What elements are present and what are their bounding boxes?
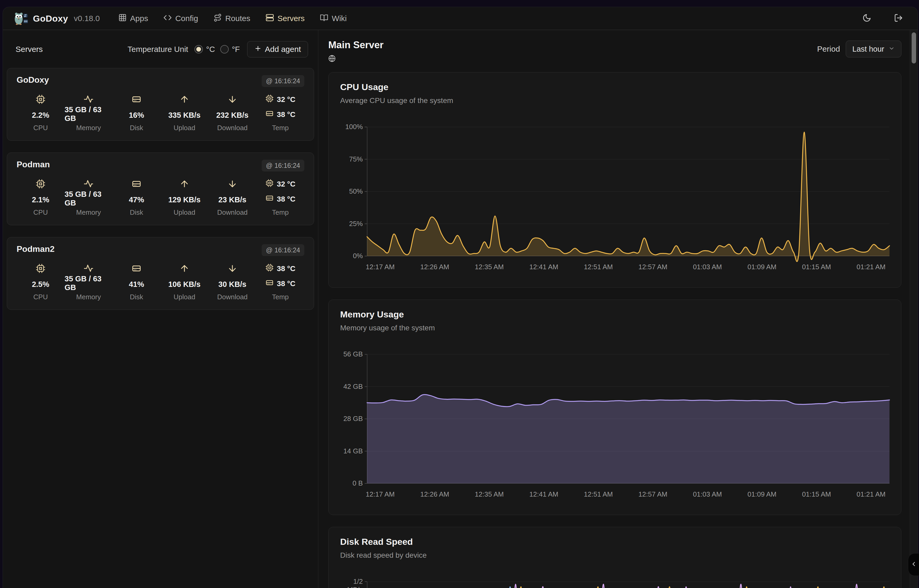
x-axis-tick-label: 12:57 AM [629, 490, 677, 498]
globe-icon[interactable] [328, 55, 384, 63]
x-axis-tick-label: 12:41 AM [520, 490, 567, 498]
chart-title: CPU Usage [340, 82, 890, 92]
arrow-down-icon [228, 179, 237, 190]
arrow-up-icon [179, 263, 189, 275]
chart-title: Memory Usage [340, 309, 890, 320]
chart-title: Disk Read Speed [340, 536, 890, 547]
nav-label: Wiki [332, 14, 347, 23]
temp-label: Temp [272, 293, 289, 301]
x-axis-tick-label: 12:17 AM [357, 490, 404, 498]
charts-stack: CPU Usage Average CPU usage of the syste… [328, 72, 901, 588]
upload-stat: 129 KB/s Upload [160, 178, 208, 216]
logout-icon[interactable] [894, 13, 903, 23]
arrow-down-icon [228, 94, 237, 105]
disk-read-speed-plot[interactable]: 1/2 MB/s [340, 582, 890, 588]
hard-drive-icon [131, 94, 142, 105]
download-label: Download [217, 208, 248, 216]
memory-label: Memory [76, 124, 101, 132]
nav-item-apps[interactable]: Apps [118, 13, 148, 24]
x-axis-tick-label: 12:57 AM [629, 263, 677, 271]
period-value: Last hour [852, 45, 884, 53]
disk-label: Disk [130, 208, 143, 216]
chart-subtitle: Memory usage of the system [340, 324, 890, 332]
y-axis-tick-label: 50% [340, 187, 363, 195]
y-axis-tick-label: 1/2 MB/s [340, 577, 363, 588]
moon-icon[interactable] [862, 13, 871, 23]
brand-group[interactable]: GoDoxy v0.18.0 [13, 11, 100, 26]
cpu-label: CPU [34, 293, 48, 301]
code-icon [163, 13, 172, 24]
x-axis-tick-label: 12:51 AM [575, 263, 622, 271]
server-name: Podman2 [16, 244, 55, 254]
disk-stat: 47% Disk [113, 178, 160, 216]
hard-drive-icon [265, 194, 274, 204]
nav-label: Routes [225, 14, 250, 23]
x-axis-tick-label: 01:09 AM [738, 490, 786, 498]
scrollbar[interactable] [910, 30, 918, 588]
x-axis-tick-label: 01:03 AM [684, 490, 731, 498]
fahrenheit-radio[interactable]: °F [220, 45, 240, 54]
memory-stat: 35 GB / 63 GB Memory [65, 93, 113, 132]
content: Servers Temperature Unit °C °F Add agent [3, 30, 918, 588]
disk-value: 47% [129, 195, 144, 204]
y-axis-tick-label: 0% [340, 252, 363, 260]
disk-read-speed-card: Disk Read Speed Disk read speed by devic… [328, 527, 901, 588]
cpu-stat: 2.5% CPU [16, 262, 65, 301]
cpu-usage-plot[interactable]: 100%75%50%25%0%12:17 AM12:26 AM12:35 AM1… [340, 127, 890, 275]
arrow-up-icon [179, 179, 189, 190]
scrollbar-thumb[interactable] [912, 32, 916, 63]
nav-item-servers[interactable]: Servers [266, 13, 305, 24]
server-card[interactable]: GoDoxy @ 16:16:24 2.2% CPU [7, 68, 314, 141]
server-card[interactable]: Podman @ 16:16:24 2.1% CPU [7, 152, 314, 225]
servers-icon [266, 13, 274, 24]
activity-icon [84, 263, 94, 275]
cpu-icon [265, 263, 274, 274]
memory-label: Memory [76, 208, 101, 216]
y-axis-tick-label: 42 GB [340, 383, 363, 391]
upload-value: 106 KB/s [168, 280, 201, 289]
cpu-icon [265, 179, 274, 189]
nav-menu: Apps Config Routes Servers Wiki [118, 13, 347, 24]
chevron-down-icon [888, 45, 895, 53]
godoxy-logo-icon [13, 11, 28, 26]
route-icon [213, 13, 222, 24]
nav-item-wiki[interactable]: Wiki [320, 13, 347, 24]
sidebar-header: Servers Temperature Unit °C °F Add agent [3, 30, 318, 68]
y-axis-tick-label: 56 GB [340, 350, 363, 358]
upload-label: Upload [174, 293, 195, 301]
cpu-icon [36, 179, 45, 190]
period-select[interactable]: Last hour [846, 40, 901, 57]
cpu-temp-value: 32 °C [277, 180, 296, 188]
y-axis-tick-label: 25% [340, 220, 363, 228]
brand-name: GoDoxy [33, 13, 68, 24]
navbar: GoDoxy v0.18.0 Apps Config Routes Server… [3, 7, 918, 30]
memory-usage-plot[interactable]: 56 GB42 GB28 GB14 GB0 B12:17 AM12:26 AM1… [340, 354, 890, 502]
download-stat: 30 KB/s Download [208, 262, 256, 301]
upload-value: 129 KB/s [168, 195, 201, 204]
cpu-stat: 2.1% CPU [16, 178, 65, 216]
nav-label: Servers [278, 14, 305, 23]
disk-label: Disk [130, 124, 143, 132]
temp-stat: 38 °C 38 °C Temp [256, 262, 304, 301]
sidebar-controls: Temperature Unit °C °F Add agent [128, 41, 308, 57]
period-label: Period [817, 45, 840, 53]
x-axis-tick-label: 12:26 AM [411, 263, 459, 271]
download-label: Download [217, 293, 248, 301]
server-name: GoDoxy [16, 75, 49, 85]
server-card[interactable]: Podman2 @ 16:16:24 2.5% CPU [7, 237, 314, 310]
upload-label: Upload [174, 208, 195, 216]
add-agent-button[interactable]: Add agent [247, 41, 308, 57]
upload-label: Upload [174, 124, 195, 132]
timestamp-badge: @ 16:16:24 [262, 75, 304, 87]
cpu-icon [36, 263, 45, 275]
plus-icon [254, 45, 262, 54]
hard-drive-icon [131, 263, 142, 275]
nav-item-config[interactable]: Config [163, 13, 198, 24]
grid-icon [118, 13, 127, 24]
celsius-radio[interactable]: °C [194, 45, 215, 54]
temp-label: Temp [272, 208, 289, 216]
panel-collapse-handle[interactable] [908, 553, 919, 576]
activity-icon [84, 94, 94, 105]
nav-item-routes[interactable]: Routes [213, 13, 250, 24]
download-value: 30 KB/s [218, 280, 246, 289]
